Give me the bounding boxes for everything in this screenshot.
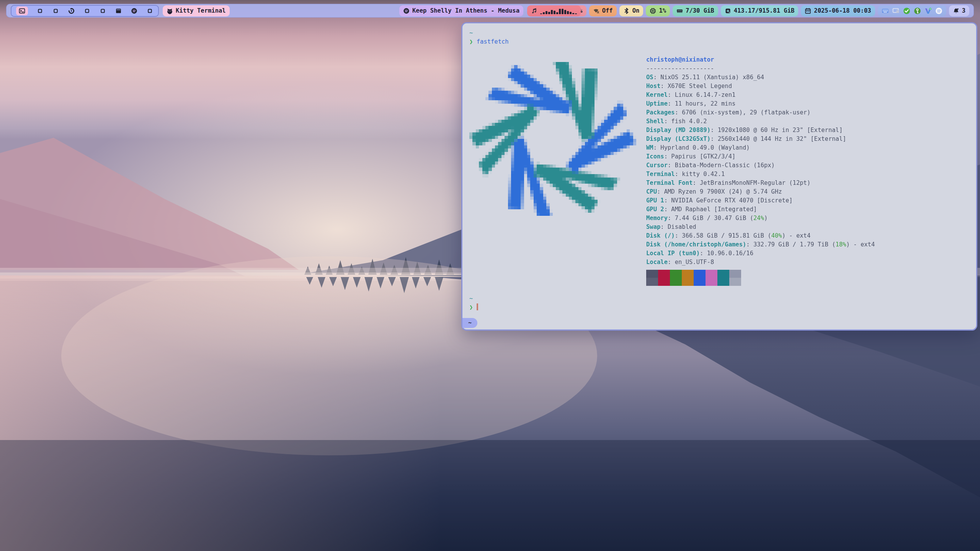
clock-widget[interactable]: 2025-06-18 00:03 bbox=[801, 5, 875, 16]
visualizer-bar bbox=[546, 11, 547, 14]
workspace-9[interactable] bbox=[146, 7, 154, 15]
visualizer-bar bbox=[564, 10, 566, 14]
fastfetch-line: Memory: 7.44 GiB / 30.47 GiB (24%) bbox=[646, 214, 875, 223]
palette-swatch bbox=[717, 270, 729, 278]
workspace-6[interactable] bbox=[99, 7, 106, 15]
command-text: fastfetch bbox=[477, 38, 509, 45]
bluetooth-value: On bbox=[632, 7, 640, 14]
fastfetch-line: GPU 1: NVIDIA GeForce RTX 4070 [Discrete… bbox=[646, 196, 875, 205]
bluetooth-icon bbox=[623, 8, 630, 14]
palette-swatch bbox=[658, 270, 670, 278]
music-note-icon bbox=[531, 8, 537, 14]
fastfetch-line: GPU 2: AMD Raphael [Integrated] bbox=[646, 205, 875, 214]
visualizer-bar bbox=[570, 12, 572, 14]
audio-visualizer-widget[interactable] bbox=[527, 5, 581, 16]
check-circle-icon[interactable] bbox=[903, 7, 910, 15]
spotify-icon bbox=[403, 8, 410, 14]
spotify-tray-icon[interactable] bbox=[935, 7, 942, 15]
fastfetch-line: Terminal Font: JetBrainsMonoNFM-Regular … bbox=[646, 179, 875, 187]
visualizer-bar bbox=[551, 10, 553, 14]
workspace-5[interactable] bbox=[83, 7, 91, 15]
fastfetch-line: Local IP (tun0): 10.96.0.16/16 bbox=[646, 249, 875, 258]
terminal-tab[interactable]: ~ bbox=[462, 318, 477, 328]
workspace-empty-icon bbox=[147, 8, 153, 14]
top-bar: Kitty Terminal Keep Shelly In Athens - M… bbox=[6, 4, 974, 18]
cpu-value: 1% bbox=[659, 7, 666, 14]
disk-widget[interactable]: 413.17/915.81 GiB bbox=[721, 5, 799, 16]
visualizer-bar bbox=[556, 12, 558, 14]
palette-swatch bbox=[694, 270, 706, 278]
memory-icon bbox=[676, 8, 683, 14]
workspace-8[interactable] bbox=[131, 7, 138, 15]
now-playing-widget[interactable]: Keep Shelly In Athens - Medusa bbox=[399, 5, 523, 16]
workspace-7[interactable] bbox=[115, 7, 122, 15]
notifications-widget[interactable]: 3 bbox=[949, 5, 969, 16]
fastfetch-line: Display (LC32G5xT): 980x551 @ 144 Hz i… bbox=[646, 135, 875, 143]
fastfetch-line: Disk (/): 366.58 GiB / 915.81 GiB (40%) … bbox=[646, 231, 875, 240]
palette-swatch bbox=[670, 278, 682, 286]
fastfetch-line: Uptime: 11 hours, 22 mins bbox=[646, 99, 875, 108]
fastfetch-line: christoph@nixinator bbox=[646, 55, 875, 64]
workspace-empty-icon bbox=[100, 8, 106, 14]
fastfetch-line: OS: NixOS 25.11 (Xantusia) x86_64 bbox=[646, 73, 875, 82]
bluetooth-widget[interactable]: On bbox=[619, 5, 644, 16]
workspace-4[interactable] bbox=[68, 7, 75, 15]
workspace-1[interactable] bbox=[16, 7, 28, 15]
workspace-empty-icon bbox=[84, 8, 90, 14]
terminal-content: ~ ❯ fastfetch christoph@nixinator-------… bbox=[462, 23, 976, 329]
workspace-3[interactable] bbox=[52, 7, 59, 15]
fastfetch-info: christoph@nixinator-------------------OS… bbox=[646, 55, 875, 286]
active-window-title[interactable]: Kitty Terminal bbox=[163, 5, 230, 16]
cpu-icon bbox=[650, 8, 656, 14]
visualizer-bar bbox=[562, 9, 564, 14]
prompt-line-command: ❯ fastfetch bbox=[469, 37, 969, 46]
palette-swatch bbox=[729, 270, 741, 278]
workspace-empty-icon bbox=[37, 8, 43, 14]
media-group: Keep Shelly In Athens - Medusa bbox=[399, 5, 581, 16]
visualizer-bar bbox=[540, 13, 542, 14]
visualizer-bar bbox=[548, 12, 550, 14]
system-tray bbox=[878, 5, 946, 16]
fastfetch-line: Cursor: Bibata-Modern-Classic (16px) bbox=[646, 161, 875, 170]
visualizer-bar bbox=[575, 13, 577, 14]
fastfetch-line: Packages: 6706 (nix-system), 29 (flatpak… bbox=[646, 108, 875, 117]
fastfetch-line: Host: X670E Steel Legend bbox=[646, 82, 875, 91]
fastfetch-line: CPU: AMD Ryzen 9 7900X (24) @ 5.74 GHz bbox=[646, 187, 875, 196]
palette-swatch bbox=[729, 278, 741, 286]
keepassxc-key-icon[interactable] bbox=[914, 7, 921, 15]
now-playing-label: Keep Shelly In Athens - Medusa bbox=[412, 7, 519, 14]
terminal-tab-label: ~ bbox=[468, 319, 472, 328]
palette-swatch bbox=[706, 278, 717, 286]
palette-swatch bbox=[694, 278, 706, 286]
cpu-widget[interactable]: 1% bbox=[646, 5, 670, 16]
fastfetch-line: WM: Hyprland 0.49.0 (Wayland) bbox=[646, 143, 875, 152]
visualizer-bar bbox=[554, 11, 555, 14]
workspace-2[interactable] bbox=[36, 7, 44, 15]
window-icon bbox=[115, 8, 122, 14]
visualizer-bar bbox=[567, 11, 569, 14]
visualizer-bar bbox=[543, 12, 545, 14]
status-group: 85% Off On 1% 7/30 GiB 413.17/915.81 GiB bbox=[559, 5, 969, 16]
terminal-window[interactable]: ~ ❯ fastfetch christoph@nixinator-------… bbox=[461, 22, 977, 331]
bell-icon bbox=[953, 8, 959, 14]
current-prompt[interactable]: ~ ❯ bbox=[469, 294, 969, 312]
vesktop-icon[interactable] bbox=[924, 7, 932, 15]
keyboard-icon[interactable] bbox=[882, 7, 889, 15]
palette-swatch bbox=[682, 278, 694, 286]
fastfetch-line: Swap: Disabled bbox=[646, 223, 875, 231]
palette-swatch bbox=[670, 270, 682, 278]
spotify-icon bbox=[131, 8, 137, 14]
disk-value: 413.17/915.81 GiB bbox=[734, 7, 795, 14]
workspace-empty-icon bbox=[52, 8, 59, 14]
kitty-cat-icon bbox=[167, 8, 173, 14]
nixos-logo bbox=[469, 55, 636, 222]
memory-widget[interactable]: 7/30 GiB bbox=[673, 5, 718, 16]
wifi-widget[interactable]: Off bbox=[589, 5, 617, 16]
terminal-color-palette bbox=[646, 270, 875, 286]
fastfetch-line: Shell: fish 4.0.2 bbox=[646, 117, 875, 126]
screenshare-lock-icon[interactable] bbox=[892, 7, 900, 15]
palette-swatch bbox=[646, 270, 658, 278]
visualizer-bar bbox=[559, 9, 561, 14]
notification-count: 3 bbox=[962, 7, 965, 14]
text-cursor bbox=[477, 303, 478, 310]
